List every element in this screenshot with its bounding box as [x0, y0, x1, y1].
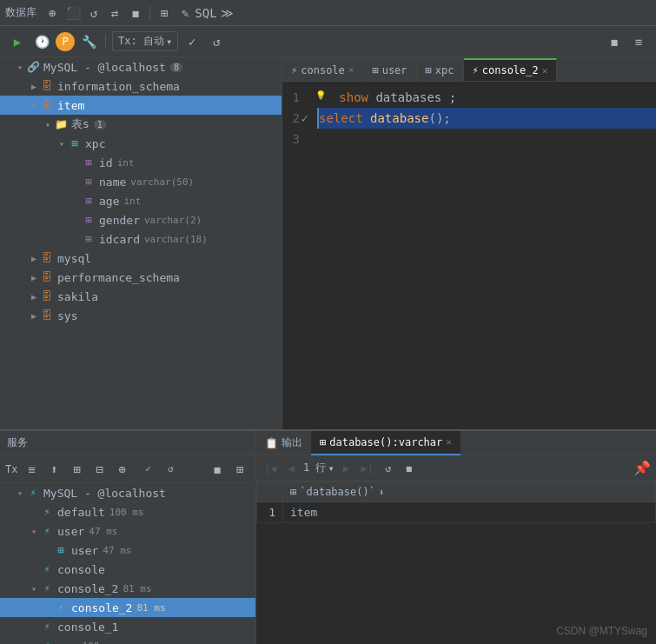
sync-icon[interactable]: ⇄ — [106, 4, 123, 22]
svc-user[interactable]: ▾ ⚡ user 47 ms — [0, 521, 255, 541]
tab-xpc[interactable]: ⊞ xpc — [417, 58, 464, 81]
col-gender[interactable]: ▶ ⊞ gender varchar(2) — [0, 210, 282, 229]
clock-icon[interactable]: 🕐 — [31, 31, 52, 52]
filter-icon[interactable]: ⬆ — [43, 459, 64, 480]
svc-console-2[interactable]: ▾ ⚡ console_2 81 ms — [0, 579, 255, 598]
code-line-2: select database (); — [317, 108, 656, 129]
col-idcard[interactable]: ▶ ⊞ idcard varchar(18) — [0, 229, 282, 249]
row-num-header — [257, 482, 283, 502]
page-chevron: ▾ — [328, 462, 334, 475]
expand-arrow: ▶ — [28, 82, 40, 91]
undo-icon[interactable]: ↺ — [206, 31, 227, 52]
sort-icon[interactable]: ≡ — [21, 459, 42, 480]
col-type: int — [117, 157, 135, 169]
col-type: int — [123, 196, 141, 207]
pin-button[interactable]: 📌 — [633, 460, 651, 476]
separator-1 — [149, 6, 150, 20]
session-name: console_1 — [57, 621, 118, 634]
session-name: console_2 — [71, 601, 132, 614]
tab-user[interactable]: ⊞ user — [363, 58, 416, 81]
run-icon[interactable]: ◼ — [127, 4, 144, 22]
svc-console-2-child[interactable]: ▶ ⚡ console_2 81 ms — [0, 598, 255, 617]
svc-console-1[interactable]: ▶ ⚡ console_1 — [0, 617, 255, 636]
stop-small-icon[interactable]: ◼ — [207, 459, 228, 480]
sort-icon: ⬇ — [379, 488, 384, 497]
col-id[interactable]: ▶ ⊞ id int — [0, 153, 282, 172]
code-line-3 — [317, 129, 656, 149]
sep — [105, 35, 106, 49]
grid-icon[interactable]: ⊞ — [229, 459, 250, 480]
editor-tabs: ⚡ console ✕ ⊞ user ⊞ xpc ⚡ console_2 ✕ — [282, 57, 656, 82]
tab-close-button[interactable]: ✕ — [542, 65, 548, 76]
col-age[interactable]: ▶ ⊞ age int — [0, 191, 282, 210]
table-xpc[interactable]: ▾ ⊞ xpc — [0, 134, 282, 153]
db-sakila[interactable]: ▶ 🗄 sakila — [0, 287, 282, 306]
svc-console[interactable]: ▶ ⚡ console — [0, 560, 255, 579]
connection-item[interactable]: ▾ 🔗 MySQL - @localhost 8 — [0, 57, 282, 76]
code-editor[interactable]: 1 2 ✓ 3 💡 show datab — [282, 82, 656, 429]
sql-icon[interactable]: SQL — [197, 4, 215, 22]
next-page-button[interactable]: ▶ — [338, 460, 355, 477]
svc-default[interactable]: ▶ ⚡ default 100 ms — [0, 502, 255, 521]
bottom-section: 服务 Tx ≡ ⬆ ⊞ ⊟ ⊕ ✓ ↺ ◼ ⊞ — [0, 431, 656, 644]
db-item[interactable]: ▾ 🗄 item — [0, 96, 282, 115]
tool-icon[interactable]: 🔧 — [78, 31, 99, 52]
pause-icon[interactable]: P — [56, 32, 75, 51]
db-information-schema[interactable]: ▶ 🗄 information_schema — [0, 76, 282, 96]
stop-query-icon[interactable]: ◼ — [604, 31, 625, 52]
folder-label: 表s — [71, 116, 89, 132]
check-icon[interactable]: ✓ — [182, 31, 202, 52]
expand-arrow: ▾ — [14, 63, 26, 72]
db-sys[interactable]: ▶ 🗄 sys — [0, 306, 282, 325]
schema-icon: 🗄 — [40, 98, 54, 112]
tab-label: user — [382, 64, 408, 76]
line-numbers: 1 2 ✓ 3 — [282, 87, 314, 424]
col-header-database[interactable]: ⊞ `database()` ⬇ — [283, 482, 656, 502]
panel-icon[interactable]: ⊟ — [89, 459, 109, 480]
expand-arrow: ▾ — [14, 488, 26, 498]
col-type: varchar(50) — [130, 176, 194, 188]
list-icon[interactable]: ≡ — [628, 31, 649, 52]
refresh-results-button[interactable]: ↺ — [380, 460, 397, 477]
session-name: default — [57, 506, 105, 519]
db-mysql[interactable]: ▶ 🗄 mysql — [0, 249, 282, 268]
tables-folder[interactable]: ▾ 📁 表s 1 — [0, 115, 282, 134]
run-button[interactable]: ▶ — [7, 31, 28, 52]
tab-close-button[interactable]: ✕ — [348, 64, 355, 76]
tx-dropdown[interactable]: Tx: 自动 ▾ — [112, 31, 178, 51]
table-name: xpc — [85, 137, 105, 150]
more-icon[interactable]: ≫ — [218, 4, 235, 22]
tab-db-result[interactable]: ⊞ database():varchar ✕ — [311, 431, 461, 455]
expand-arrow: ▾ — [28, 101, 40, 110]
col-name-field[interactable]: ▶ ⊞ name varchar(50) — [0, 172, 282, 191]
layout-icon[interactable]: ⊞ — [66, 459, 87, 480]
tab-close-button[interactable]: ✕ — [446, 436, 452, 448]
undo-small-icon[interactable]: ↺ — [160, 459, 181, 480]
line-num-3: 3 — [282, 129, 307, 149]
tab-output[interactable]: 📋 输出 — [256, 431, 311, 455]
expand-arrow: ▾ — [56, 139, 68, 149]
add-icon[interactable]: ⊕ — [43, 4, 61, 22]
svc-user-child[interactable]: ▶ ⊞ user 47 ms — [0, 541, 255, 560]
session-name: console_2 — [57, 582, 118, 595]
svc-connection[interactable]: ▾ ⚡ MySQL - @localhost — [0, 483, 255, 502]
db-performance-schema[interactable]: ▶ 🗄 performance_schema — [0, 268, 282, 287]
db-tree: ▾ 🔗 MySQL - @localhost 8 ▶ 🗄 information… — [0, 57, 282, 429]
session-icon: ⚡ — [40, 562, 54, 576]
svc-xpc[interactable]: ▾ ⚡ xpc 100 ms — [0, 636, 255, 644]
check-small-icon[interactable]: ✓ — [137, 459, 158, 480]
table-icon[interactable]: ⊞ — [156, 4, 173, 22]
edit-icon[interactable]: ✎ — [176, 4, 194, 22]
refresh-icon[interactable]: ↺ — [85, 4, 103, 22]
stop-icon[interactable]: ⬛ — [64, 4, 82, 22]
last-page-button[interactable]: ▶| — [359, 460, 376, 477]
prev-page-button[interactable]: ◀ — [282, 460, 300, 477]
code-content[interactable]: 💡 show databases ; select database (); — [314, 87, 656, 424]
column-icon: ⊞ — [82, 213, 96, 227]
schema-icon: 🗄 — [40, 251, 54, 265]
tab-console-2[interactable]: ⚡ console_2 ✕ — [464, 58, 558, 81]
first-page-button[interactable]: |◀ — [262, 460, 279, 477]
add-session-icon[interactable]: ⊕ — [111, 459, 132, 480]
tab-console[interactable]: ⚡ console ✕ — [282, 58, 363, 81]
stop-results-button[interactable]: ◼ — [401, 460, 418, 477]
